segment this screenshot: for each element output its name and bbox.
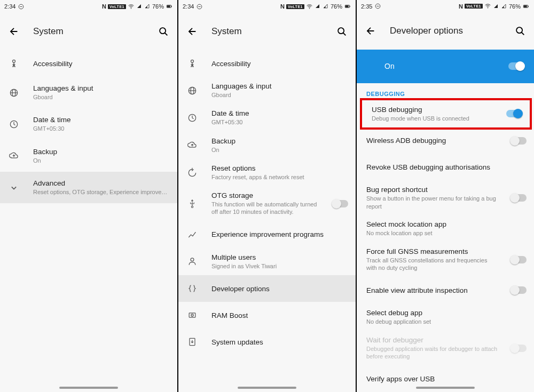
search-button[interactable] xyxy=(157,25,170,38)
signal-half-icon xyxy=(144,3,151,10)
signal-icon xyxy=(493,3,499,10)
app-bar: System xyxy=(0,13,177,50)
item-date-time[interactable]: Date & timeGMT+05:30 xyxy=(0,108,177,140)
signal-half-icon xyxy=(501,3,507,10)
back-button[interactable] xyxy=(186,25,199,38)
app-bar: Developer options xyxy=(357,13,534,50)
reset-icon xyxy=(187,167,198,178)
item-multiple-users[interactable]: Multiple usersSigned in as Vivek Tiwari xyxy=(178,248,356,275)
item-bug-report-shortcut[interactable]: Bug report shortcutShow a button in the … xyxy=(357,181,534,215)
status-bar: 2:34 N VoLTE1 76% xyxy=(0,0,177,13)
back-button[interactable] xyxy=(7,25,20,38)
nfc-icon: N xyxy=(459,3,463,10)
page-title: Developer options xyxy=(390,26,501,36)
nav-handle[interactable] xyxy=(59,387,118,389)
search-icon xyxy=(336,26,348,37)
cloud-icon xyxy=(9,150,19,161)
item-ram-boost[interactable]: RAM Boost xyxy=(178,302,356,329)
battery-text: 76% xyxy=(331,3,342,10)
accessibility-icon xyxy=(9,58,19,69)
item-view-attr[interactable]: Enable view attribute inspection xyxy=(357,277,534,303)
screen-system-expanded: 2:34 N VoLTE1 76% System Accessibility L… xyxy=(178,0,356,392)
item-system-updates[interactable]: System updates xyxy=(178,329,356,355)
chevron-down-icon xyxy=(9,182,19,193)
item-mock-location[interactable]: Select mock location appNo mock location… xyxy=(357,215,534,243)
clock-text: 2:34 xyxy=(183,3,194,10)
item-accessibility[interactable]: Accessibility xyxy=(178,50,356,77)
item-backup[interactable]: BackupOn xyxy=(178,132,356,159)
gnss-toggle[interactable] xyxy=(511,256,527,263)
volte-badge: VoLTE1 xyxy=(108,4,126,9)
item-languages[interactable]: Languages & inputGboard xyxy=(178,77,356,104)
clock-text: 2:34 xyxy=(4,3,15,10)
bug-shortcut-toggle[interactable] xyxy=(511,194,527,202)
item-wireless-adb[interactable]: Wireless ADB debugging xyxy=(357,127,534,154)
search-icon xyxy=(158,26,169,37)
battery-text: 76% xyxy=(152,3,164,10)
user-icon xyxy=(187,256,198,267)
search-button[interactable] xyxy=(335,25,348,38)
page-title: System xyxy=(211,26,323,37)
status-bar: 2:35 N VoLTE1 76% xyxy=(357,0,534,13)
otg-toggle[interactable] xyxy=(332,200,348,207)
signal-icon xyxy=(315,3,321,10)
wait-debugger-toggle xyxy=(511,345,527,352)
clock-icon xyxy=(9,119,19,130)
item-gnss[interactable]: Force full GNSS measurementsTrack all GN… xyxy=(357,242,534,277)
item-date-time[interactable]: Date & timeGMT+05:30 xyxy=(178,104,356,131)
globe-icon xyxy=(187,85,198,96)
view-attr-toggle[interactable] xyxy=(511,286,527,294)
download-icon xyxy=(187,337,198,347)
usb-icon xyxy=(187,198,198,209)
item-developer-options[interactable]: Developer options xyxy=(178,275,356,302)
item-advanced[interactable]: AdvancedReset options, OTG storage, Expe… xyxy=(0,172,177,203)
battery-icon xyxy=(522,3,530,10)
item-otg-storage[interactable]: OTG storageThis function will be automat… xyxy=(178,186,356,221)
search-button[interactable] xyxy=(514,25,527,37)
item-languages[interactable]: Languages & inputGboard xyxy=(0,77,177,108)
battery-text: 76% xyxy=(509,3,521,10)
item-backup[interactable]: BackupOn xyxy=(0,140,177,172)
volte-badge: VoLTE1 xyxy=(465,4,483,9)
wireless-adb-toggle[interactable] xyxy=(511,137,527,145)
ram-icon xyxy=(187,310,198,321)
usb-debugging-toggle[interactable] xyxy=(506,110,522,117)
item-revoke-auth[interactable]: Revoke USB debugging authorisations xyxy=(357,154,534,181)
search-icon xyxy=(514,25,526,37)
battery-icon xyxy=(166,3,173,10)
nav-handle[interactable] xyxy=(416,387,475,389)
wifi-icon xyxy=(484,3,491,10)
page-title: System xyxy=(33,26,144,37)
dnd-icon xyxy=(374,3,381,10)
wifi-icon xyxy=(128,3,135,10)
item-wait-debugger: Wait for debuggerDebugged application wa… xyxy=(357,331,534,365)
signal-half-icon xyxy=(323,3,329,10)
nfc-icon: N xyxy=(102,3,106,10)
globe-icon xyxy=(9,87,19,98)
dnd-icon xyxy=(18,3,25,10)
screen-system-collapsed: 2:34 N VoLTE1 76% System Accessibility L… xyxy=(0,0,177,392)
chart-icon xyxy=(187,229,198,240)
item-reset-options[interactable]: Reset optionsFactory reset, apps & netwo… xyxy=(178,159,356,186)
back-icon xyxy=(8,26,20,37)
status-bar: 2:34 N VoLTE1 76% xyxy=(178,0,356,13)
cloud-icon xyxy=(187,140,198,150)
battery-icon xyxy=(344,3,351,10)
item-accessibility[interactable]: Accessibility xyxy=(0,50,177,77)
dev-options-master-toggle[interactable]: On xyxy=(357,50,534,83)
item-debug-app[interactable]: Select debug appNo debug application set xyxy=(357,303,534,331)
back-icon xyxy=(365,25,376,37)
item-experience-programs[interactable]: Experience improvement programs xyxy=(178,221,356,248)
highlight-box: USB debuggingDebug mode when USB is conn… xyxy=(360,98,532,130)
back-button[interactable] xyxy=(364,25,377,37)
screen-developer-options: 2:35 N VoLTE1 76% Developer options On D… xyxy=(357,0,534,392)
braces-icon xyxy=(187,283,198,294)
signal-icon xyxy=(136,3,143,10)
master-switch[interactable] xyxy=(508,62,524,70)
back-icon xyxy=(186,26,198,37)
clock-text: 2:35 xyxy=(361,3,372,10)
nav-handle[interactable] xyxy=(238,387,296,389)
app-bar: System xyxy=(178,13,356,50)
accessibility-icon xyxy=(187,58,198,69)
item-usb-debugging[interactable]: USB debuggingDebug mode when USB is conn… xyxy=(362,100,530,127)
